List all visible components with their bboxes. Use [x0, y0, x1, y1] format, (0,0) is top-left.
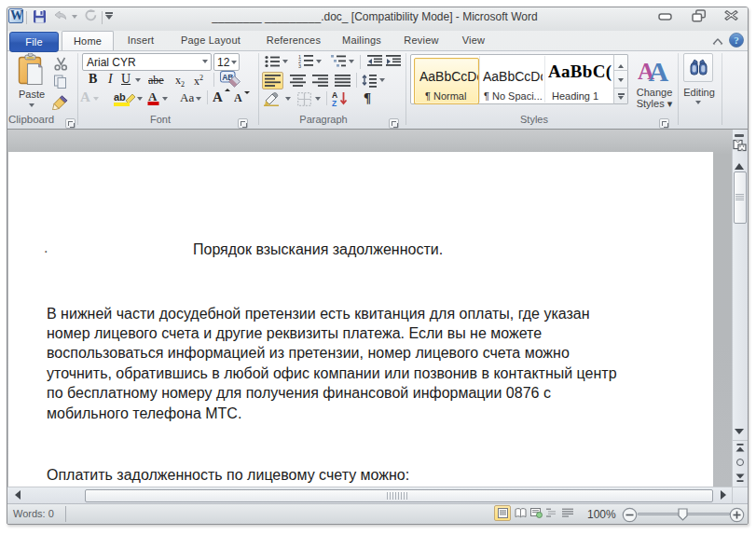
svg-text:3: 3	[298, 63, 301, 68]
svg-text:A: A	[649, 56, 669, 83]
svg-text:A: A	[213, 89, 223, 104]
svg-text:?: ?	[734, 34, 739, 46]
svg-text:A: A	[234, 91, 242, 104]
svg-text:ab: ab	[114, 91, 126, 103]
svg-text:A: A	[148, 89, 158, 103]
svg-text:Z: Z	[332, 99, 337, 107]
